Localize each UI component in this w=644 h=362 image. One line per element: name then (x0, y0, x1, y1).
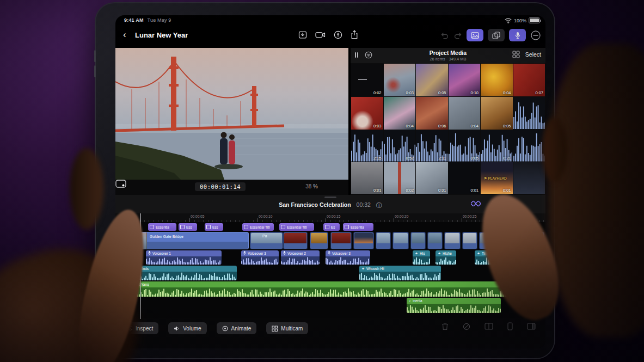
timeline-clip-voiceover-2[interactable]: Voiceover 2 (281, 250, 320, 265)
track-row: EssentiaEssEssEssential TitlEssential Ti… (115, 223, 545, 231)
media-thumbnail[interactable]: 0:07 (513, 64, 545, 96)
timeline-clip-highe[interactable]: ✦Highe (436, 250, 456, 265)
media-thumbnail[interactable]: 0:02 (351, 64, 383, 96)
timeline-clip[interactable] (330, 232, 352, 249)
timeline-clip[interactable] (514, 232, 524, 249)
timeline-clip-essentia[interactable]: Essentia (343, 223, 373, 231)
volume-button-toolbar[interactable]: Volume (168, 322, 206, 334)
media-thumbnail[interactable]: 2:11 (416, 130, 448, 162)
timeline-clip[interactable] (376, 232, 391, 249)
timeline-clip[interactable] (427, 232, 443, 249)
trash-icon[interactable] (441, 322, 449, 330)
disable-clip-icon[interactable] (463, 323, 470, 330)
select-button[interactable]: Select (525, 51, 541, 58)
timeline-clip-inertia[interactable]: ♪Inertia (499, 266, 539, 280)
timeline-clip-essentia[interactable]: Essentia (148, 223, 176, 231)
display-overlay-icon[interactable] (115, 180, 126, 188)
inspect-button[interactable]: Inspect (121, 322, 158, 334)
grid-view-icon[interactable] (512, 51, 520, 58)
undo-icon[interactable] (440, 31, 449, 40)
timeline-clip-golden-gate-bridge[interactable]: Golden Gate Bridge (125, 232, 249, 249)
camera-icon[interactable] (315, 31, 326, 39)
media-thumbnail[interactable]: ⚑ PLAYHEAD0:01 (481, 162, 513, 194)
title-icon (345, 225, 349, 229)
timeline-clip-night-winds[interactable]: ✦Night Winds (122, 266, 237, 280)
volume-button (94, 50, 96, 62)
animate-button[interactable]: Animate (217, 322, 257, 334)
transitions-button[interactable] (488, 29, 505, 41)
media-thumbnail[interactable]: 0:03 (384, 64, 416, 96)
timeline-clip-ess[interactable]: Ess (205, 223, 223, 231)
voiceover-button[interactable] (509, 29, 526, 41)
timeline-ruler[interactable]: 00:00:0500:00:1000:00:1500:00:2000:00:25 (115, 213, 545, 222)
drag-handle[interactable] (324, 197, 336, 198)
media-thumbnail[interactable]: 0:03 (351, 97, 383, 130)
share-icon[interactable] (351, 30, 358, 39)
playhead[interactable] (140, 213, 141, 319)
timeline-clip[interactable] (353, 232, 374, 249)
clip-thumbnail (445, 233, 459, 243)
timeline-clip-es[interactable]: Es (323, 223, 340, 231)
redo-icon[interactable] (453, 31, 462, 40)
timeline-clip-inertia[interactable]: ♪Inertia (407, 298, 501, 313)
timeline-clip-essential-titl[interactable]: Essential Titl (242, 223, 274, 231)
timeline-clip[interactable] (310, 232, 328, 249)
media-thumbnail[interactable]: 0:04 (449, 97, 481, 130)
media-thumbnail[interactable]: 0:04 (481, 64, 513, 96)
media-thumbnail[interactable]: 0:01 (416, 162, 448, 194)
hide-browser-icon[interactable] (530, 30, 541, 41)
insert-clip-icon[interactable] (507, 322, 513, 330)
media-thumbnail[interactable]: 0:01 (449, 162, 481, 194)
media-thumbnail[interactable]: 0:06 (416, 97, 448, 130)
media-thumbnail[interactable]: 0:05 (416, 64, 448, 96)
timeline-clip-yin-and-yang[interactable]: ♪Yin and Yang (122, 281, 533, 297)
media-thumbnail[interactable]: 0:10 (449, 64, 481, 96)
timeline-clip-voiceover-3[interactable]: Voiceover 3 (241, 250, 279, 265)
back-chevron-icon[interactable]: ‹ (123, 29, 126, 40)
media-thumbnail[interactable] (513, 130, 545, 162)
clip-thumbnail (394, 233, 408, 243)
timeline-clip-voiceover-3[interactable]: Voiceover 3 (326, 250, 370, 265)
media-thumbnail[interactable]: 2:15 (351, 130, 383, 162)
timeline-clip[interactable] (283, 232, 308, 249)
connect-clips-icon[interactable] (471, 200, 481, 207)
media-thumbnail[interactable]: 0:01 (351, 162, 383, 194)
media-thumbnail[interactable]: 0:02 (384, 162, 416, 194)
timeline-clip-whoosh-hit[interactable]: ✦Whoosh Hit (359, 266, 441, 280)
track-row: ♪Inertia (115, 298, 545, 313)
import-icon[interactable] (298, 30, 307, 39)
ruler-label: 00:00:10 (259, 214, 272, 218)
overwrite-clip-icon[interactable] (527, 323, 536, 330)
timeline-clip-hig[interactable]: ✦Hig (413, 250, 430, 265)
annotate-icon[interactable] (334, 30, 342, 39)
timeline-clip[interactable] (497, 232, 512, 249)
timeline-clip-voiceover-1[interactable]: Voiceover 1 (146, 250, 222, 265)
timeline-clip[interactable] (392, 232, 409, 249)
info-icon[interactable]: ⓘ (376, 201, 382, 210)
timeline-settings-icon[interactable] (490, 199, 499, 207)
media-browser-button[interactable] (467, 29, 483, 41)
timeline-clip-essential-titl[interactable]: Essential Titl (279, 223, 314, 231)
media-thumbnail[interactable]: 0:05 (449, 130, 481, 162)
split-clip-icon[interactable] (484, 323, 493, 330)
timeline-clip[interactable] (526, 232, 544, 249)
media-thumbnail[interactable] (513, 162, 545, 194)
multicam-button[interactable]: Multicam (266, 322, 308, 334)
timeline-clip[interactable] (444, 232, 461, 249)
timeline-clip-pa[interactable]: Pa (250, 232, 283, 249)
media-thumbnail[interactable]: 0:04 (384, 97, 416, 130)
media-thumbnail[interactable]: 0:05 (481, 97, 513, 130)
media-thumbnail[interactable]: 0:52 (384, 130, 416, 162)
timeline-clip-ess[interactable]: Ess (179, 223, 197, 231)
media-thumbnail[interactable] (513, 97, 545, 130)
timeline-project-name[interactable]: San Francisco Celebration (279, 201, 351, 208)
timeline-clip-time-piece[interactable]: ✦Time Piece (475, 250, 531, 265)
media-thumbnail[interactable]: 0:21 (481, 130, 513, 162)
clip-label: Essentia (351, 225, 364, 229)
timeline-clip[interactable] (479, 232, 495, 249)
timeline-clip[interactable] (410, 232, 426, 249)
project-title[interactable]: Lunar New Year (135, 31, 188, 39)
video-viewer[interactable]: 00:00:01:14 38 % (115, 48, 348, 195)
timeline-clip[interactable] (462, 232, 477, 249)
clip-label: Pa (262, 234, 267, 238)
